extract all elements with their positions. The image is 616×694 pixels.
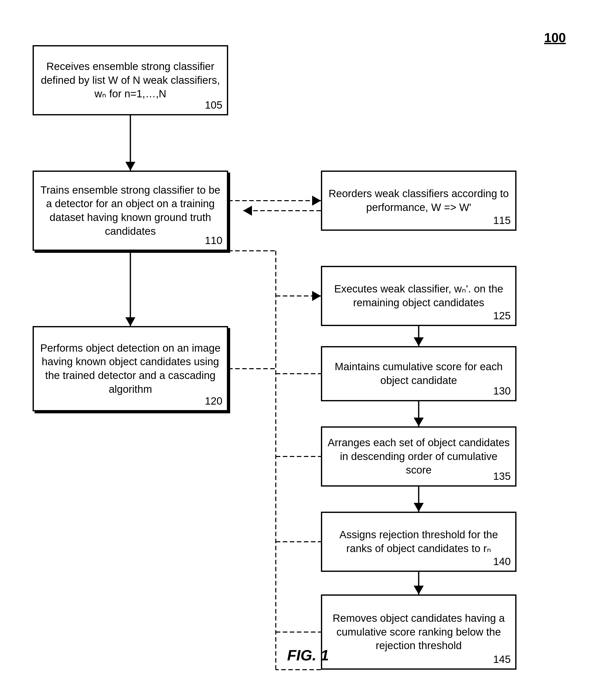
box-130-number: 130	[493, 385, 511, 397]
box-140-number: 140	[493, 555, 511, 568]
figure-label: FIG. 1	[287, 646, 329, 664]
box-120-number: 120	[205, 395, 222, 407]
svg-marker-24	[414, 586, 424, 595]
svg-marker-1	[125, 162, 135, 170]
box-105-number: 105	[205, 99, 222, 111]
box-115-number: 115	[493, 215, 511, 226]
box-130-text: Maintains cumulative score for each obje…	[327, 360, 510, 387]
box-125: Executes weak classifier, wₙ'. on the re…	[321, 266, 517, 326]
box-135-text: Arranges each set of object candidates i…	[327, 436, 510, 477]
box-110-text: Trains ensemble strong classifier to be …	[39, 183, 222, 238]
reference-number: 100	[544, 30, 566, 45]
svg-marker-3	[312, 196, 321, 206]
box-135-number: 135	[493, 470, 511, 482]
box-125-text: Executes weak classifier, wₙ'. on the re…	[327, 282, 510, 310]
box-120-text: Performs object detection on an image ha…	[39, 341, 222, 396]
svg-marker-7	[125, 317, 135, 326]
box-145: Removes object candidates having a cumul…	[321, 595, 517, 670]
box-145-text: Removes object candidates having a cumul…	[327, 611, 510, 653]
svg-marker-22	[414, 503, 424, 512]
diagram-container: 100	[0, 0, 616, 694]
box-115-text: Reorders weak classifiers according to p…	[327, 187, 510, 214]
box-105-text: Receives ensemble strong classifier defi…	[39, 60, 222, 101]
box-115: Reorders weak classifiers according to p…	[321, 170, 517, 231]
box-135: Arranges each set of object candidates i…	[321, 426, 517, 487]
box-130: Maintains cumulative score for each obje…	[321, 346, 517, 401]
box-110-number: 110	[205, 235, 222, 246]
svg-marker-20	[414, 418, 424, 426]
svg-marker-5	[243, 206, 252, 216]
box-140: Assigns rejection threshold for the rank…	[321, 512, 517, 572]
box-105: Receives ensemble strong classifier defi…	[33, 45, 228, 115]
box-125-number: 125	[493, 310, 511, 322]
box-140-text: Assigns rejection threshold for the rank…	[327, 528, 510, 555]
box-145-number: 145	[493, 653, 511, 665]
svg-marker-12	[312, 291, 321, 301]
svg-marker-18	[414, 337, 424, 346]
box-110: Trains ensemble strong classifier to be …	[33, 170, 228, 251]
box-120: Performs object detection on an image ha…	[33, 326, 228, 411]
